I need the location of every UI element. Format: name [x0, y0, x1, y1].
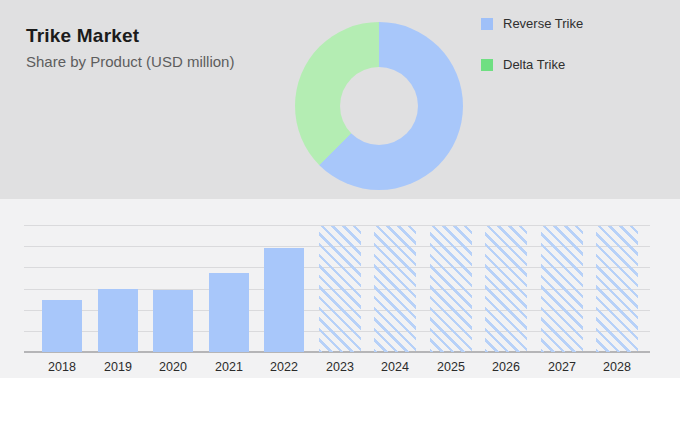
forecast-bar-2026 [485, 226, 527, 352]
forecast-bar-2023 [319, 226, 361, 352]
forecast-bar-2024 [374, 226, 416, 352]
x-label-2024: 2024 [367, 360, 423, 374]
legend-item-delta-trike: Delta Trike [481, 57, 565, 72]
bar-chart-plot-area: 2018201920202021202220232024202520262027… [24, 225, 650, 352]
x-label-2020: 2020 [145, 360, 201, 374]
x-label-2018: 2018 [34, 360, 90, 374]
header-panel: Trike Market Share by Product (USD milli… [0, 0, 680, 199]
bar-2020 [153, 290, 193, 352]
bar-2019 [98, 289, 138, 352]
footer: Reverse Trike Segment | 2018 : USD 1,230… [0, 378, 680, 440]
legend-item-reverse-trike: Reverse Trike [481, 16, 583, 31]
legend-label: Reverse Trike [503, 16, 583, 31]
donut-hole [340, 67, 418, 145]
forecast-bar-2025 [430, 226, 472, 352]
page-subtitle: Share by Product (USD million) [26, 53, 234, 70]
bar-2018 [42, 300, 82, 352]
bar-2021 [209, 273, 249, 352]
x-label-2021: 2021 [201, 360, 257, 374]
x-label-2027: 2027 [534, 360, 590, 374]
x-label-2022: 2022 [256, 360, 312, 374]
forecast-bar-2028 [596, 226, 638, 352]
legend-swatch-reverse-trike-icon [481, 18, 493, 30]
legend-swatch-delta-trike-icon [481, 59, 493, 71]
bar-2022 [264, 248, 304, 352]
x-label-2028: 2028 [589, 360, 645, 374]
x-label-2025: 2025 [423, 360, 479, 374]
x-label-2023: 2023 [312, 360, 368, 374]
page-title: Trike Market [26, 25, 139, 47]
bar-chart-panel: 2018201920202021202220232024202520262027… [0, 199, 680, 378]
x-label-2026: 2026 [478, 360, 534, 374]
donut-chart [295, 22, 463, 190]
x-label-2019: 2019 [90, 360, 146, 374]
legend-label: Delta Trike [503, 57, 565, 72]
forecast-bar-2027 [541, 226, 583, 352]
